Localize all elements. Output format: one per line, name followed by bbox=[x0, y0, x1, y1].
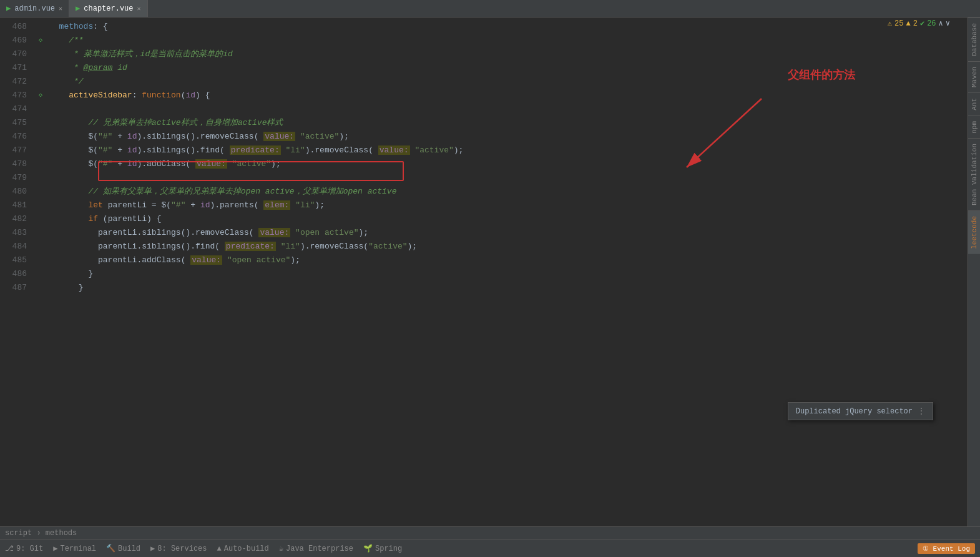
breadcrumb: script › methods bbox=[0, 526, 980, 540]
line-content-486: } bbox=[47, 267, 968, 281]
line-num-479: 479 bbox=[0, 171, 34, 185]
code-line-486: 486 } bbox=[0, 267, 968, 281]
tab-chapter-vue[interactable]: ▶ chapter.vue ✕ bbox=[69, 0, 147, 17]
line-num-484: 484 bbox=[0, 240, 34, 254]
code-line-468: 468 methods: { bbox=[0, 20, 968, 34]
status-services[interactable]: ▶ 8: Services bbox=[150, 544, 207, 553]
code-line-476: 476 $("#" + id).siblings().removeClass( … bbox=[0, 130, 968, 144]
ok-icon: ✔ bbox=[920, 19, 924, 28]
tab-admin-vue[interactable]: ▶ admin.vue ✕ bbox=[0, 0, 69, 17]
code-line-487: 487 } bbox=[0, 281, 968, 295]
main-area: ⚠ 25 ▲ 2 ✔ 26 ∧ ∨ 468 methods: { 469 ◇ /… bbox=[0, 17, 980, 526]
code-line-471: 471 * @param id bbox=[0, 61, 968, 75]
code-line-478: 478 $("#" + id).addClass( value: "active… bbox=[0, 157, 968, 171]
close-icon[interactable]: ✕ bbox=[59, 5, 62, 12]
editor-area: ⚠ 25 ▲ 2 ✔ 26 ∧ ∨ 468 methods: { 469 ◇ /… bbox=[0, 17, 968, 526]
code-line-469: 469 ◇ /** bbox=[0, 34, 968, 47]
autobuild-icon: ▲ bbox=[217, 545, 222, 553]
line-content-471: * @param id bbox=[47, 61, 968, 75]
services-label: 8: Services bbox=[157, 545, 207, 553]
status-git[interactable]: ⎇ 9: Git bbox=[5, 544, 43, 553]
status-event-log[interactable]: ① Event Log bbox=[918, 543, 975, 554]
line-num-474: 474 bbox=[0, 102, 34, 116]
git-icon: ⎇ bbox=[5, 544, 14, 553]
right-tab-ant[interactable]: Ant bbox=[968, 92, 980, 116]
ok-count: 26 bbox=[927, 19, 936, 28]
line-num-472: 472 bbox=[0, 75, 34, 89]
line-content-468: methods: { bbox=[47, 20, 968, 34]
right-tab-maven[interactable]: Maven bbox=[968, 61, 980, 92]
line-num-473: 473 bbox=[0, 89, 34, 102]
tooltip-menu-icon[interactable]: ⋮ bbox=[918, 407, 925, 416]
line-num-470: 470 bbox=[0, 47, 34, 61]
line-num-476: 476 bbox=[0, 130, 34, 144]
line-content-469: /** bbox=[47, 34, 968, 47]
line-num-480: 480 bbox=[0, 185, 34, 199]
line-content-485: parentLi.addClass( value: "open active")… bbox=[47, 254, 968, 267]
code-line-482: 482 if (parentLi) { bbox=[0, 212, 968, 226]
error-count: 2 bbox=[913, 19, 918, 28]
code-line-480: 480 // 如果有父菜单，父菜单的兄弟菜单去掉open active，父菜单增… bbox=[0, 185, 968, 199]
code-line-477: 477 $("#" + id).siblings().find( predica… bbox=[0, 144, 968, 157]
line-num-481: 481 bbox=[0, 199, 34, 212]
services-icon: ▶ bbox=[150, 544, 155, 553]
tab-label: admin.vue bbox=[14, 4, 55, 13]
git-label: 9: Git bbox=[16, 545, 43, 553]
status-build[interactable]: 🔨 Build bbox=[106, 544, 140, 553]
breadcrumb-sep: › bbox=[36, 529, 45, 538]
close-icon-2[interactable]: ✕ bbox=[137, 5, 141, 12]
code-scroll[interactable]: 468 methods: { 469 ◇ /** 470 * 菜单激活样式，id… bbox=[0, 17, 968, 526]
status-java[interactable]: ☕ Java Enterprise bbox=[279, 544, 353, 553]
right-tab-npm[interactable]: npm bbox=[968, 116, 980, 139]
line-content-484: parentLi.siblings().find( predicate: "li… bbox=[47, 240, 968, 254]
warn-icon: ⚠ bbox=[888, 19, 892, 28]
warn-count: 25 bbox=[894, 19, 903, 28]
right-tab-database[interactable]: Database bbox=[968, 17, 980, 61]
line-num-487: 487 bbox=[0, 281, 34, 295]
line-num-483: 483 bbox=[0, 226, 34, 240]
tab-bar: ▶ admin.vue ✕ ▶ chapter.vue ✕ bbox=[0, 0, 980, 17]
spring-label: Spring bbox=[375, 545, 402, 553]
line-content-476: $("#" + id).siblings().removeClass( valu… bbox=[47, 130, 968, 144]
java-label: Java Enterprise bbox=[286, 545, 353, 553]
line-num-478: 478 bbox=[0, 157, 34, 171]
line-num-475: 475 bbox=[0, 116, 34, 130]
line-content-482: if (parentLi) { bbox=[47, 212, 968, 226]
line-num-471: 471 bbox=[0, 61, 34, 75]
terminal-label: Terminal bbox=[60, 545, 96, 553]
code-line-470: 470 * 菜单激活样式，id是当前点击的菜单的id bbox=[0, 47, 968, 61]
java-icon: ☕ bbox=[279, 544, 283, 553]
code-line-481: 481 let parentLi = $("#" + id).parents( … bbox=[0, 199, 968, 212]
right-tab-bean[interactable]: Bean Validation bbox=[968, 138, 980, 210]
breadcrumb-script: script bbox=[5, 529, 32, 538]
right-tab-leetcode[interactable]: leetcode bbox=[968, 210, 980, 254]
tooltip-text: Duplicated jQuery selector bbox=[796, 407, 913, 416]
warning-bar[interactable]: ⚠ 25 ▲ 2 ✔ 26 ∧ ∨ bbox=[883, 17, 955, 29]
line-content-473: activeSidebar: function(id) { bbox=[47, 89, 968, 102]
breadcrumb-methods: methods bbox=[46, 529, 77, 538]
terminal-icon: ▶ bbox=[53, 544, 57, 553]
line-num-482: 482 bbox=[0, 212, 34, 226]
status-spring[interactable]: 🌱 Spring bbox=[363, 544, 402, 553]
code-line-475: 475 // 兄弟菜单去掉active样式，自身增加active样式 bbox=[0, 116, 968, 130]
event-log-label: ① Event Log bbox=[923, 545, 970, 553]
status-terminal[interactable]: ▶ Terminal bbox=[53, 544, 96, 553]
line-content-477: $("#" + id).siblings().find( predicate: … bbox=[47, 144, 968, 157]
spring-icon: 🌱 bbox=[363, 544, 373, 553]
line-content-483: parentLi.siblings().removeClass( value: … bbox=[47, 226, 968, 240]
line-content-475: // 兄弟菜单去掉active样式，自身增加active样式 bbox=[47, 116, 968, 130]
line-content-487: } bbox=[47, 281, 968, 295]
line-content-478: $("#" + id).addClass( value: "active"); bbox=[47, 157, 968, 171]
line-num-468: 468 bbox=[0, 20, 34, 34]
tooltip-box: Duplicated jQuery selector ⋮ bbox=[788, 402, 933, 420]
line-num-486: 486 bbox=[0, 267, 34, 281]
code-line-472: 472 */ bbox=[0, 75, 968, 89]
chevron-up-icon[interactable]: ∧ bbox=[939, 19, 943, 28]
build-icon: 🔨 bbox=[106, 544, 115, 553]
line-content-472: */ bbox=[47, 75, 968, 89]
code-line-485: 485 parentLi.addClass( value: "open acti… bbox=[0, 254, 968, 267]
code-line-474: 474 bbox=[0, 102, 968, 116]
code-line-479: 479 bbox=[0, 171, 968, 185]
chevron-down-icon[interactable]: ∨ bbox=[946, 19, 950, 28]
status-autobuild[interactable]: ▲ Auto-build bbox=[217, 545, 269, 553]
